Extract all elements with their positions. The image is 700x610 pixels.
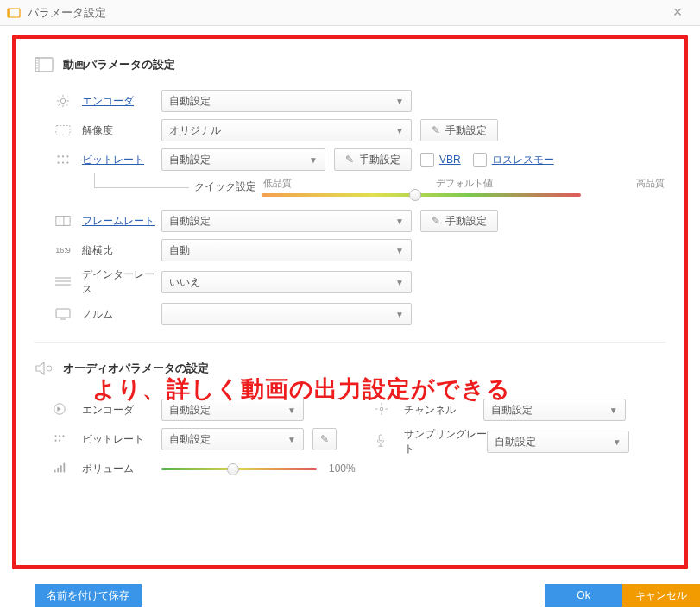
row-framerate: フレームレート 自動設定 ▼ ✎ 手動設定	[34, 209, 666, 233]
checkbox-vbr[interactable]: VBR	[420, 153, 461, 167]
svg-point-12	[66, 155, 68, 157]
audio-section-header: オーディオパラメータの設定	[34, 358, 666, 379]
select-channel[interactable]: 自動設定 ▼	[483, 399, 626, 421]
pencil-icon: ✎	[432, 215, 440, 227]
chevron-down-icon: ▼	[395, 217, 404, 226]
label-aspect: 縦横比	[82, 243, 161, 258]
pencil-icon: ✎	[345, 154, 354, 166]
film-icon	[34, 54, 54, 75]
mic-icon	[375, 434, 395, 450]
select-samplerate[interactable]: 自動設定 ▼	[487, 431, 629, 453]
app-icon	[7, 6, 21, 20]
row-norm: ノルム ▼	[34, 302, 666, 326]
select-bitrate[interactable]: 自動設定 ▼	[161, 148, 325, 171]
select-deinterlace[interactable]: いいえ ▼	[161, 271, 412, 293]
svg-rect-32	[57, 468, 59, 472]
pencil-icon: ✎	[432, 124, 440, 136]
slider-low-label: 低品質	[263, 177, 292, 190]
bitrate-icon	[53, 152, 73, 167]
label-norm: ノルム	[82, 307, 161, 322]
label-encoder[interactable]: エンコーダ	[82, 94, 161, 109]
audio-section-title: オーディオパラメータの設定	[63, 361, 209, 376]
row-encoder: エンコーダ 自動設定 ▼	[34, 89, 666, 113]
slider-thumb[interactable]	[409, 189, 421, 201]
chevron-down-icon: ▼	[613, 437, 621, 447]
sound-icon	[53, 402, 73, 418]
chevron-down-icon: ▼	[309, 155, 318, 165]
manual-framerate-button[interactable]: ✎ 手動設定	[420, 210, 498, 232]
cancel-button[interactable]: キャンセル	[622, 584, 700, 607]
label-quick: クイック設定	[194, 179, 256, 194]
label-bitrate[interactable]: ビットレート	[82, 153, 161, 167]
chevron-down-icon: ▼	[609, 406, 618, 415]
svg-point-11	[62, 155, 64, 157]
chevron-down-icon: ▼	[395, 278, 404, 287]
chevron-down-icon: ▼	[287, 435, 296, 444]
slider-high-label: 高品質	[636, 177, 665, 190]
svg-point-35	[380, 407, 383, 411]
select-audio-encoder[interactable]: 自動設定 ▼	[161, 399, 304, 421]
titlebar: パラメータ設定 ×	[0, 0, 700, 26]
svg-rect-2	[35, 58, 53, 72]
label-framerate[interactable]: フレームレート	[82, 214, 161, 229]
svg-point-15	[66, 162, 68, 164]
chevron-down-icon: ▼	[395, 97, 404, 106]
pencil-icon: ✎	[320, 433, 329, 445]
select-framerate-value: 自動設定	[169, 214, 211, 229]
select-encoder-value: 自動設定	[169, 94, 211, 109]
chevron-down-icon: ▼	[395, 246, 404, 255]
select-aspect-value: 自動	[169, 243, 190, 258]
svg-point-28	[62, 435, 64, 437]
svg-rect-31	[54, 469, 56, 472]
label-audio-encoder: エンコーダ	[82, 403, 161, 418]
svg-point-4	[36, 60, 38, 61]
branch-line	[94, 173, 189, 188]
quality-slider[interactable]	[262, 193, 581, 197]
svg-rect-33	[60, 465, 62, 472]
row-volume: ボリューム 100%	[34, 456, 356, 481]
edit-audio-bitrate-button[interactable]: ✎	[312, 428, 337, 450]
checkbox-icon	[420, 153, 434, 167]
row-samplerate: サンプリングレート 自動設定 ▼	[356, 427, 666, 456]
select-encoder[interactable]: 自動設定 ▼	[161, 90, 412, 112]
svg-point-14	[62, 162, 64, 164]
channel-icon	[375, 402, 395, 418]
window-title: パラメータ設定	[28, 5, 662, 21]
section-divider	[34, 342, 666, 343]
video-section-header: 動画パラメータの設定	[34, 54, 666, 75]
label-deinterlace: デインターレース	[82, 267, 161, 297]
checkbox-lossless[interactable]: ロスレスモー	[473, 153, 554, 167]
svg-rect-16	[56, 217, 70, 226]
manual-bitrate-button[interactable]: ✎ 手動設定	[334, 148, 412, 171]
save-as-button[interactable]: 名前を付けて保存	[35, 584, 142, 607]
svg-point-30	[59, 439, 60, 441]
select-bitrate-value: 自動設定	[169, 153, 211, 167]
select-framerate[interactable]: 自動設定 ▼	[161, 210, 412, 232]
resolution-icon	[53, 123, 73, 138]
speaker-gear-icon	[34, 358, 54, 379]
row-audio-bitrate: ビットレート 自動設定 ▼ ✎	[34, 427, 356, 451]
select-aspect[interactable]: 自動 ▼	[161, 239, 412, 261]
svg-point-13	[58, 162, 60, 164]
svg-rect-36	[379, 434, 382, 440]
svg-point-24	[47, 366, 52, 371]
chevron-down-icon: ▼	[395, 310, 404, 319]
dots-icon	[53, 432, 73, 447]
select-audio-bitrate[interactable]: 自動設定 ▼	[161, 428, 304, 450]
select-norm[interactable]: ▼	[161, 303, 412, 325]
row-audio-encoder: エンコーダ 自動設定 ▼	[34, 398, 356, 422]
slider-thumb[interactable]	[227, 463, 239, 475]
manual-resolution-button[interactable]: ✎ 手動設定	[420, 119, 498, 141]
ok-button[interactable]: Ok	[545, 584, 622, 607]
footer: 名前を付けて保存 Ok キャンセル	[0, 584, 700, 610]
volume-slider[interactable]	[161, 468, 317, 470]
svg-point-29	[54, 439, 56, 441]
svg-point-26	[54, 435, 56, 437]
select-resolution[interactable]: オリジナル ▼	[161, 119, 412, 141]
label-samplerate: サンプリングレート	[404, 427, 487, 456]
select-deinterlace-value: いいえ	[169, 275, 200, 290]
row-channel: チャンネル 自動設定 ▼	[356, 398, 666, 422]
svg-rect-34	[63, 462, 65, 472]
volume-value: 100%	[329, 462, 356, 475]
close-button[interactable]: ×	[662, 1, 693, 25]
